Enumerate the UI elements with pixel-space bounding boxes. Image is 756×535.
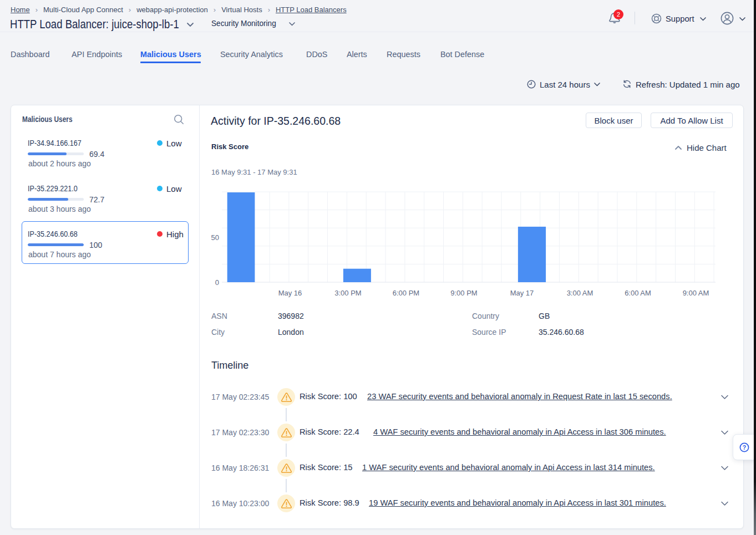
svg-text:3:00 PM: 3:00 PM <box>334 289 361 297</box>
svg-text:May 16: May 16 <box>278 289 302 297</box>
svg-text:0: 0 <box>215 278 219 287</box>
svg-text:9:00 PM: 9:00 PM <box>450 289 477 297</box>
svg-text:6:00 PM: 6:00 PM <box>393 289 419 297</box>
svg-text:May 17: May 17 <box>510 289 534 297</box>
svg-text:6:00 AM: 6:00 AM <box>625 289 651 297</box>
svg-text:50: 50 <box>211 233 219 242</box>
svg-text:3:00 AM: 3:00 AM <box>567 289 593 297</box>
svg-text:?: ? <box>743 444 746 451</box>
svg-text:9:00 AM: 9:00 AM <box>683 289 709 297</box>
